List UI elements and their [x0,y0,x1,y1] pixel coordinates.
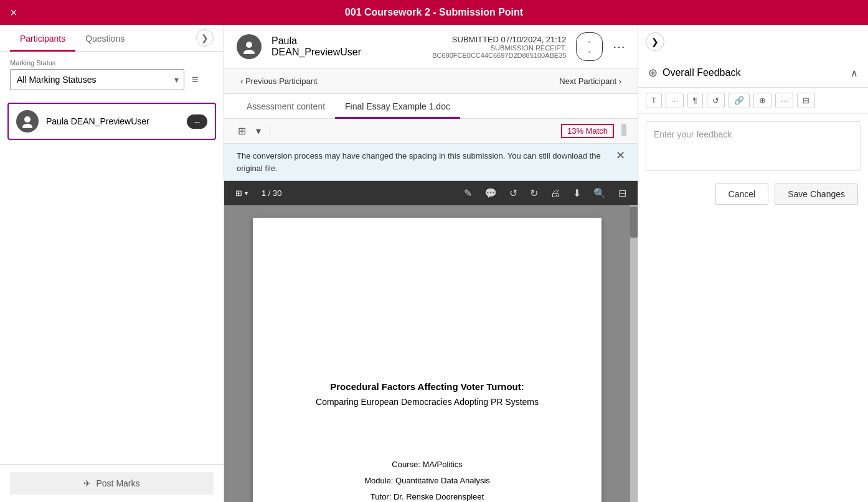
save-changes-button[interactable]: Save Changes [775,184,858,205]
notice-close-button[interactable]: ✕ [613,150,628,161]
sort-button[interactable]: ≡ [188,71,202,89]
participant-score-button[interactable]: -- [187,114,207,129]
feedback-actions: Cancel Save Changes [638,179,868,210]
marking-status-select[interactable]: All Marking Statuses Marked Unmarked [11,70,184,90]
tab-participants[interactable]: Participants [10,25,75,52]
document-toolbar: ⊞ ▾ 13% Match [224,119,638,144]
filter-wrapper: All Marking Statuses Marked Unmarked ▾ ≡ [10,69,214,90]
pdf-print-button[interactable]: 🖨 [547,185,564,202]
top-header: × 001 Coursework 2 - Submission Point [0,0,868,25]
course-line3: Tutor: Dr. Renske Doorenspleet [364,489,490,502]
layout-dropdown-button[interactable]: ▾ [252,123,265,139]
svg-point-1 [22,124,32,128]
match-badge[interactable]: 13% Match [561,124,614,138]
feedback-link-button[interactable]: 🔗 [729,93,750,108]
pdf-course-info: Course: MA/Politics Module: Quantitative… [364,457,490,502]
conversion-notice-text: The conversion process may have changed … [237,150,608,174]
cancel-button[interactable]: Cancel [715,184,769,205]
feedback-text-button[interactable]: T [646,93,662,108]
pdf-redo-button[interactable]: ↻ [526,185,542,202]
pdf-content: Procedural Factors Affecting Voter Turno… [224,205,630,502]
pdf-scrollbar-thumb[interactable] [630,207,638,238]
pdf-comment-button[interactable]: 💬 [481,185,501,202]
feedback-more2-button[interactable]: ··· [775,93,793,108]
submission-avatar [237,34,262,59]
submission-receipt: SUBMISSION RECEIPT: BC680FCE0CC44C6697D2… [371,44,566,59]
sidebar-filter: Marking Status All Marking Statuses Mark… [0,52,224,98]
submission-header: Paula DEAN_PreviewUser SUBMITTED 07/10/2… [224,25,638,69]
marking-status-select-wrapper: All Marking Statuses Marked Unmarked ▾ [10,69,184,90]
feedback-toolbar: T ··· ¶ ↺ 🔗 ⊕ ··· ⊟ [638,88,868,114]
submission-more-button[interactable]: ⋯ [613,39,625,54]
nav-bar: ‹ Previous Participant Next Participant … [224,69,638,94]
tab-final-essay[interactable]: Final Essay Example 1.doc [335,94,460,119]
pdf-view-button[interactable]: ⊟ [615,185,630,202]
participant-name: Paula DEAN_PreviewUser [46,116,187,126]
divider [270,125,270,137]
pdf-search-button[interactable]: 🔍 [590,185,610,202]
pdf-toolbar: ⊞ ▾ 1 / 30 ✎ 💬 ↺ ↻ 🖨 ⬇ 🔍 ⊟ [224,181,638,205]
avatar [16,110,39,132]
right-panel: ❯ ⊕ Overall Feedback ∧ T ··· ¶ ↺ 🔗 ⊕ ···… [638,25,868,502]
sidebar-collapse-button[interactable]: ❯ [196,29,214,47]
feedback-section-header: ⊕ Overall Feedback ∧ [638,58,868,88]
pdf-title-line2: Comparing European Democracies Adopting … [316,397,539,407]
page-title: 001 Coursework 2 - Submission Point [345,7,523,18]
main-layout: Participants Questions ❯ Marking Status … [0,25,868,502]
prev-participant-link[interactable]: ‹ Previous Participant [237,74,321,88]
list-item[interactable]: Paula DEAN_PreviewUser -- [7,103,216,140]
pdf-page-info: 1 / 30 [257,188,287,198]
close-button[interactable]: × [10,6,17,20]
feedback-add-icon: ⊕ [648,66,658,80]
next-participant-link[interactable]: Next Participant › [555,74,625,88]
filter-label: Marking Status [10,59,214,67]
submission-user-name: Paula DEAN_PreviewUser [271,35,361,58]
pdf-layout-icon: ⊞ [235,188,242,198]
sidebar-tabs: Participants Questions ❯ [0,25,224,52]
participants-list: Paula DEAN_PreviewUser -- [0,98,224,464]
tab-assessment-content[interactable]: Assessment content [237,94,335,119]
course-line1: Course: MA/Politics [364,457,490,473]
submission-score-button[interactable]: -- [576,32,603,61]
right-panel-toggle-button[interactable]: ❯ [646,32,664,51]
feedback-placeholder: Enter your feedback [654,129,732,139]
pdf-title-line1: Procedural Factors Affecting Voter Turno… [330,379,524,394]
feedback-title: Overall Feedback [663,67,846,78]
pdf-page: Procedural Factors Affecting Voter Turno… [253,218,601,502]
post-marks-icon: ✈ [83,478,91,488]
submission-date: SUBMITTED 07/10/2024, 21:12 [371,35,566,44]
pdf-layout-button[interactable]: ⊞ ▾ [232,186,252,200]
conversion-notice: The conversion process may have changed … [224,144,638,181]
feedback-textarea[interactable]: Enter your feedback [646,121,861,171]
pdf-scrollbar[interactable] [630,205,638,502]
pdf-undo-button[interactable]: ↺ [506,185,521,202]
turnitin-icon-button[interactable] [620,124,628,138]
left-sidebar: Participants Questions ❯ Marking Status … [0,25,224,502]
svg-point-3 [243,50,255,54]
feedback-undo-button[interactable]: ↺ [707,93,725,108]
chevron-icon: ▾ [245,190,248,197]
center-content: Paula DEAN_PreviewUser SUBMITTED 07/10/2… [224,25,638,502]
tab-questions[interactable]: Questions [75,25,134,52]
feedback-paragraph-button[interactable]: ¶ [687,93,703,108]
svg-rect-4 [621,124,626,136]
submission-meta: SUBMITTED 07/10/2024, 21:12 SUBMISSION R… [371,35,566,59]
sidebar-footer: ✈ Post Marks [0,464,224,502]
viewer-area: ⊞ ▾ 13% Match The conversion process may… [224,119,638,502]
post-marks-label: Post Marks [96,478,139,488]
layout-icon-button[interactable]: ⊞ [234,123,250,139]
course-line2: Module: Quantitative Data Analysis [364,473,490,489]
feedback-add-button[interactable]: ⊕ [753,93,771,108]
pdf-annotate-button[interactable]: ✎ [460,185,476,202]
post-marks-button[interactable]: ✈ Post Marks [10,472,214,495]
pdf-download-button[interactable]: ⬇ [569,185,585,202]
svg-point-0 [24,116,31,123]
feedback-media-button[interactable]: ⊟ [797,93,815,108]
svg-point-2 [246,42,252,48]
feedback-more-button[interactable]: ··· [666,93,684,108]
document-tabs: Assessment content Final Essay Example 1… [224,94,638,119]
feedback-collapse-button[interactable]: ∧ [851,67,858,79]
